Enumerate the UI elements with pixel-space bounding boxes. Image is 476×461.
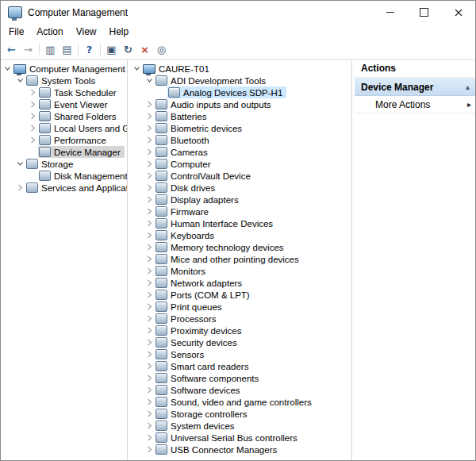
collapse-section-icon[interactable]: ▴	[466, 83, 470, 91]
tree-item-network-adapters[interactable]: Network adapters	[130, 277, 351, 289]
tree-item-storage[interactable]: Storage	[1, 158, 127, 170]
properties-button[interactable]: ▤	[59, 41, 75, 57]
chevron-right-icon[interactable]	[144, 396, 155, 408]
chevron-right-icon[interactable]	[144, 420, 155, 432]
tree-item-system-tools[interactable]: System Tools	[1, 75, 127, 86]
chevron-right-icon[interactable]	[28, 110, 38, 122]
chevron-down-icon[interactable]	[144, 75, 155, 86]
chevron-down-icon[interactable]	[132, 63, 142, 75]
tree-item-software-devices[interactable]: Software devices	[130, 384, 351, 396]
update-driver-button[interactable]: ▣	[103, 41, 120, 57]
tree-item-services-and-applications[interactable]: Services and Applications	[1, 182, 127, 194]
chevron-right-icon[interactable]	[144, 217, 155, 229]
tree-item-caure-t01[interactable]: CAURE-T01	[130, 63, 351, 75]
tree-item-system-devices[interactable]: System devices	[130, 420, 351, 432]
tree-item-controlvault-device[interactable]: ControlVault Device	[130, 170, 351, 182]
uninstall-device-button[interactable]: ×	[136, 41, 153, 57]
tree-item-ports-com-lpt[interactable]: Ports (COM & LPT)	[130, 289, 351, 301]
tree-item-cameras[interactable]: Cameras	[130, 146, 351, 158]
menu-help[interactable]: Help	[103, 25, 136, 39]
chevron-right-icon[interactable]	[144, 313, 155, 325]
chevron-right-icon[interactable]	[144, 170, 155, 182]
tree-item-computer-management-local[interactable]: Computer Management (Local)	[1, 63, 127, 75]
tree-item-adi-development-tools[interactable]: ADI Development Tools	[130, 75, 351, 86]
tree-item-storage-controllers[interactable]: Storage controllers	[130, 408, 351, 420]
chevron-down-icon[interactable]	[15, 75, 25, 86]
chevron-right-icon[interactable]	[144, 348, 155, 360]
menu-view[interactable]: View	[70, 25, 103, 39]
tree-item-processors[interactable]: Processors	[130, 313, 351, 325]
tree-item-bluetooth[interactable]: Bluetooth	[130, 134, 351, 146]
tree-item-audio-inputs-and-outputs[interactable]: Audio inputs and outputs	[130, 98, 351, 110]
tree-item-shared-folders[interactable]: Shared Folders	[1, 110, 127, 122]
chevron-right-icon[interactable]	[144, 134, 155, 146]
tree-item-security-devices[interactable]: Security devices	[130, 336, 351, 348]
tree-item-biometric-devices[interactable]: Biometric devices	[130, 122, 351, 134]
help-button[interactable]: ?	[81, 41, 98, 57]
tree-item-batteries[interactable]: Batteries	[130, 110, 351, 122]
tree-item-usb-connector-managers[interactable]: USB Connector Managers	[130, 444, 351, 455]
refresh-button[interactable]: ↻	[120, 41, 136, 57]
chevron-right-icon[interactable]	[144, 432, 155, 444]
chevron-right-icon[interactable]	[144, 98, 155, 110]
tree-item-memory-technology-devices[interactable]: Memory technology devices	[130, 241, 351, 253]
tree-item-disk-management[interactable]: Disk Management	[1, 170, 127, 182]
tree-item-performance[interactable]: Performance	[1, 134, 127, 146]
chevron-right-icon[interactable]	[28, 98, 38, 110]
chevron-right-icon[interactable]	[144, 253, 155, 265]
chevron-right-icon[interactable]	[144, 265, 155, 277]
chevron-down-icon[interactable]	[15, 158, 25, 170]
chevron-down-icon[interactable]	[2, 63, 13, 75]
chevron-right-icon[interactable]	[144, 444, 155, 455]
menu-action[interactable]: Action	[30, 25, 69, 39]
tree-item-keyboards[interactable]: Keyboards	[130, 229, 351, 241]
chevron-right-icon[interactable]	[15, 182, 25, 194]
tree-item-analog-devices-sdp-h1[interactable]: Analog Devices SDP-H1	[130, 86, 351, 98]
title-bar[interactable]: Computer Management	[1, 1, 475, 24]
chevron-right-icon[interactable]	[144, 301, 155, 313]
tree-item-software-components[interactable]: Software components	[130, 372, 351, 384]
tree-item-disk-drives[interactable]: Disk drives	[130, 182, 351, 194]
tree-item-mice-and-other-pointing-devices[interactable]: Mice and other pointing devices	[130, 253, 351, 265]
chevron-right-icon[interactable]	[28, 86, 38, 98]
tree-item-firmware[interactable]: Firmware	[130, 206, 351, 217]
tree-item-human-interface-devices[interactable]: Human Interface Devices	[130, 217, 351, 229]
minimize-button[interactable]	[373, 1, 407, 24]
show-console-tree-button[interactable]: ▥	[42, 41, 59, 57]
chevron-right-icon[interactable]	[144, 182, 155, 194]
chevron-right-icon[interactable]	[144, 325, 155, 336]
chevron-right-icon[interactable]	[28, 134, 38, 146]
chevron-right-icon[interactable]	[144, 336, 155, 348]
actions-section-device-manager[interactable]: Device Manager ▴	[355, 78, 475, 96]
forward-button[interactable]: →	[20, 41, 36, 57]
maximize-button[interactable]	[407, 1, 441, 24]
menu-file[interactable]: File	[2, 25, 30, 39]
tree-item-sound-video-and-game-controllers[interactable]: Sound, video and game controllers	[130, 396, 351, 408]
chevron-right-icon[interactable]	[144, 277, 155, 289]
scan-hardware-changes-button[interactable]: ◎	[153, 41, 170, 57]
chevron-right-icon[interactable]	[144, 229, 155, 241]
chevron-right-icon[interactable]	[144, 241, 155, 253]
chevron-right-icon[interactable]	[144, 122, 155, 134]
more-actions-item[interactable]: More Actions ▸	[355, 96, 475, 113]
chevron-right-icon[interactable]	[144, 289, 155, 301]
chevron-right-icon[interactable]	[144, 146, 155, 158]
chevron-right-icon[interactable]	[28, 122, 38, 134]
tree-item-print-queues[interactable]: Print queues	[130, 301, 351, 313]
back-button[interactable]: ←	[3, 41, 20, 57]
tree-item-local-users-and-groups[interactable]: Local Users and Groups	[1, 122, 127, 134]
close-button[interactable]	[441, 1, 475, 24]
tree-item-sensors[interactable]: Sensors	[130, 348, 351, 360]
tree-item-event-viewer[interactable]: Event Viewer	[1, 98, 127, 110]
tree-item-computer[interactable]: Computer	[130, 158, 351, 170]
chevron-right-icon[interactable]	[144, 408, 155, 420]
chevron-right-icon[interactable]	[144, 158, 155, 170]
chevron-right-icon[interactable]	[144, 372, 155, 384]
chevron-right-icon[interactable]	[144, 206, 155, 217]
chevron-right-icon[interactable]	[144, 110, 155, 122]
tree-item-device-manager[interactable]: Device Manager	[1, 146, 127, 158]
tree-item-proximity-devices[interactable]: Proximity devices	[130, 325, 351, 336]
tree-item-monitors[interactable]: Monitors	[130, 265, 351, 277]
tree-item-smart-card-readers[interactable]: Smart card readers	[130, 360, 351, 372]
tree-item-universal-serial-bus-controllers[interactable]: Universal Serial Bus controllers	[130, 432, 351, 444]
